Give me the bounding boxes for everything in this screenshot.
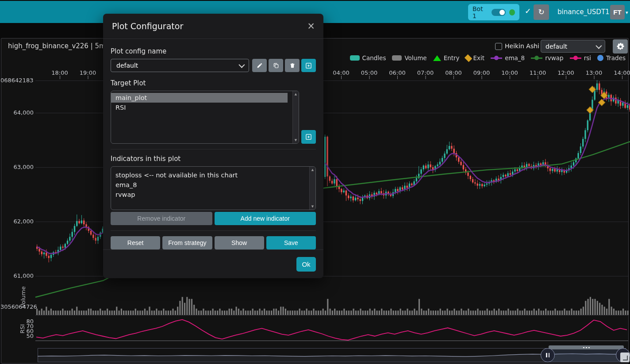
copy-icon bbox=[273, 62, 279, 69]
volume-axis-label: Volume bbox=[20, 286, 27, 307]
legend-swatch bbox=[350, 55, 360, 61]
indicator-item[interactable]: ema_8 bbox=[111, 180, 310, 190]
target-plot-item[interactable]: RSI bbox=[111, 103, 293, 112]
volume-max-label: 3056064726 bbox=[0, 303, 37, 310]
bot-toggle[interactable] bbox=[492, 9, 506, 16]
add-plot-button[interactable] bbox=[301, 130, 316, 144]
reset-button[interactable]: Reset bbox=[111, 236, 160, 249]
config-name-select[interactable]: default bbox=[111, 59, 249, 72]
axis-tick-label: 06:00 bbox=[389, 69, 405, 76]
plus-square-icon bbox=[305, 62, 312, 69]
plot-config-select-value: default bbox=[545, 43, 567, 50]
remove-indicator-button[interactable]: Remove indicator bbox=[111, 212, 212, 225]
entry-triangle-icon bbox=[433, 55, 441, 61]
price-tick-label: 62,000 bbox=[14, 218, 34, 225]
plot-configurator-dialog: Plot Configurator × Plot config name def… bbox=[103, 14, 323, 278]
pair-label: binance_USDT1 bbox=[557, 8, 610, 16]
target-plot-item[interactable]: main_plot bbox=[111, 93, 288, 103]
legend-label: rvwap bbox=[545, 54, 563, 61]
heikin-ashi-label: Heikin Ashi bbox=[505, 42, 539, 50]
target-plot-label: Target Plot bbox=[111, 79, 316, 87]
line-dot-icon bbox=[570, 56, 581, 60]
axis-tick-label: 04:00 bbox=[333, 69, 349, 76]
dialog-footer: Ok bbox=[103, 249, 323, 279]
legend-label: Candles bbox=[362, 54, 386, 61]
chart-resize-grip[interactable] bbox=[549, 345, 624, 349]
scrollbar[interactable]: ▲ ▼ bbox=[292, 91, 299, 143]
trash-icon bbox=[289, 62, 296, 69]
plot-settings-button[interactable] bbox=[613, 39, 628, 54]
plus-square-icon bbox=[305, 134, 312, 140]
show-button[interactable]: Show bbox=[215, 236, 264, 249]
legend-item-Entry[interactable]: Entry bbox=[433, 54, 460, 61]
legend-item-Candles[interactable]: Candles bbox=[350, 54, 386, 61]
config-name-select-value: default bbox=[116, 62, 138, 69]
resize-corner-handle[interactable] bbox=[620, 353, 630, 362]
legend-item-Exit[interactable]: Exit bbox=[466, 54, 485, 61]
axis-tick-label: 09:00 bbox=[473, 69, 490, 76]
axis-tick-label: 12:00 bbox=[557, 69, 574, 76]
ok-button[interactable]: Ok bbox=[296, 257, 316, 272]
bot-online-dot bbox=[509, 9, 515, 15]
refresh-icon: ↻ bbox=[538, 8, 544, 16]
scroll-down-icon[interactable]: ▼ bbox=[293, 138, 299, 142]
price-tick-label: 64,000 bbox=[14, 109, 34, 116]
freqtrade-ui: Bot 1 ✓ ↻ binance_USDT1 FT ▾ high_frog_b… bbox=[0, 0, 630, 364]
legend-item-rsi[interactable]: rsi bbox=[570, 54, 591, 61]
scroll-up-icon[interactable]: ▲ bbox=[293, 92, 299, 96]
pencil-icon bbox=[257, 62, 263, 69]
legend-label: Volume bbox=[404, 54, 426, 61]
dialog-title: Plot Configurator bbox=[112, 21, 183, 31]
config-name-label: Plot config name bbox=[111, 47, 316, 55]
plot-config-select[interactable]: default bbox=[541, 40, 605, 53]
legend-item-Trades[interactable]: Trades bbox=[597, 54, 626, 61]
indicators-listbox: stoploss <-- not available in this chart… bbox=[111, 166, 316, 210]
add-config-button[interactable] bbox=[301, 59, 316, 72]
legend-item-ema_8[interactable]: ema_8 bbox=[491, 54, 525, 61]
datazoom-left-handle[interactable] bbox=[541, 348, 555, 362]
chevron-down-icon bbox=[238, 62, 245, 68]
clipped-axis-label: 068642183 bbox=[0, 77, 33, 84]
axis-tick-label: 05:00 bbox=[361, 69, 377, 76]
axis-tick-label: 11:00 bbox=[530, 69, 546, 76]
legend-label: Trades bbox=[606, 54, 626, 61]
add-new-indicator-button[interactable]: Add new indicator bbox=[215, 212, 316, 225]
legend-label: Entry bbox=[444, 54, 460, 61]
legend-label: rsi bbox=[584, 54, 591, 61]
save-button[interactable]: Save bbox=[266, 236, 316, 249]
target-plot-listbox: main_plotRSI ▲ ▼ bbox=[111, 91, 299, 144]
axis-tick-label: 10:00 bbox=[501, 69, 518, 76]
indicators-label: Indicators in this plot bbox=[111, 155, 316, 163]
edit-config-button[interactable] bbox=[252, 59, 267, 72]
trades-circle-icon bbox=[597, 55, 603, 61]
from-strategy-button[interactable]: From strategy bbox=[162, 236, 212, 249]
indicator-item[interactable]: stoploss <-- not available in this chart bbox=[111, 170, 310, 180]
refresh-button[interactable]: ↻ bbox=[534, 4, 549, 20]
scroll-down-icon[interactable]: ▼ bbox=[310, 205, 315, 208]
price-tick-label: 63,000 bbox=[14, 164, 34, 170]
line-dot-icon bbox=[531, 56, 542, 60]
toggle-knob bbox=[499, 10, 505, 15]
indicator-item[interactable]: rvwap bbox=[111, 190, 310, 199]
scrollbar[interactable]: ▲ ▼ bbox=[309, 167, 315, 210]
rsi-axis-label: RSI bbox=[19, 324, 26, 333]
scroll-up-icon[interactable]: ▲ bbox=[310, 168, 315, 172]
axis-tick-label: 14:00 bbox=[614, 69, 630, 76]
check-icon: ✓ bbox=[525, 7, 531, 15]
heikin-ashi-checkbox[interactable] bbox=[495, 43, 502, 50]
legend-label: Exit bbox=[473, 54, 485, 61]
close-button[interactable]: × bbox=[307, 22, 315, 31]
duplicate-config-button[interactable] bbox=[269, 59, 283, 72]
legend-item-Volume[interactable]: Volume bbox=[392, 54, 426, 61]
bot-name-label: Bot 1 bbox=[472, 5, 488, 19]
chart-title: high_frog_binance_v226 | 5m bbox=[8, 42, 106, 50]
delete-config-button[interactable] bbox=[285, 59, 300, 72]
chevron-down-icon bbox=[595, 42, 602, 49]
dialog-body: Plot config name default bbox=[103, 39, 323, 249]
axis-tick-label: 07:00 bbox=[417, 69, 434, 76]
bot-selector[interactable]: Bot 1 bbox=[468, 4, 519, 20]
legend-item-rvwap[interactable]: rvwap bbox=[531, 54, 563, 61]
line-dot-icon bbox=[491, 56, 502, 60]
axis-tick-label: 18:00 bbox=[51, 69, 68, 76]
ft-logo-button[interactable]: FT bbox=[610, 5, 625, 19]
